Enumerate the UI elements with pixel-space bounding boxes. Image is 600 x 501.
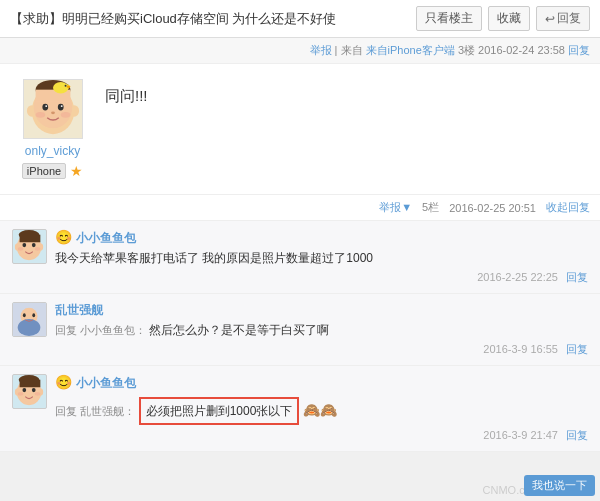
replies-meta-bar: 举报▼ 5栏 2016-02-25 20:51 收起回复 <box>0 195 600 221</box>
svg-point-31 <box>32 313 35 317</box>
top-bar: 【求助】明明已经购买iCloud存储空间 为什么还是不好使 只看楼主 收藏 ↩ … <box>0 0 600 38</box>
reply-action-1[interactable]: 回复 <box>566 271 588 283</box>
svg-point-15 <box>66 86 70 88</box>
svg-point-38 <box>22 388 26 392</box>
meta-bar: 举报 | 来自 来自iPhone客户端 3楼 2016-02-24 23:58 … <box>0 38 600 64</box>
svg-point-39 <box>32 388 36 392</box>
collapse-replies-link[interactable]: 收起回复 <box>546 200 590 215</box>
username[interactable]: only_vicky <box>25 144 80 158</box>
reply-meta-3: 2016-3-9 21:47 回复 <box>55 428 588 443</box>
svg-point-25 <box>18 247 24 251</box>
reply-prefix-2: 回复 小小鱼鱼包： <box>55 324 146 336</box>
post-body: 同问!!! <box>105 79 585 179</box>
svg-point-24 <box>32 243 36 247</box>
reply-item-2: 乱世强舰 回复 小小鱼鱼包： 然后怎么办？是不是等于白买了啊 2016-3-9 … <box>0 294 600 366</box>
reply-item: 😊 小小鱼鱼包 我今天给苹果客服打电话了 我的原因是照片数量超过了1000 20… <box>0 221 600 294</box>
reply-avatar-3 <box>12 374 47 409</box>
report-link[interactable]: 举报 <box>310 44 332 56</box>
replies-date: 2016-02-25 20:51 <box>449 202 536 214</box>
user-tags: iPhone ★ <box>22 163 83 179</box>
reply-link[interactable]: 回复 <box>568 44 590 56</box>
svg-point-30 <box>23 313 26 317</box>
svg-point-8 <box>45 105 47 107</box>
reply-text-wrapper-3: 回复 乱世强舰： 必须把照片删到1000张以下 🙈🙈 <box>55 395 588 425</box>
svg-point-41 <box>35 392 41 396</box>
main-post: only_vicky iPhone ★ 同问!!! <box>0 64 600 195</box>
reply-action-3[interactable]: 回复 <box>566 429 588 441</box>
post-floor: 3楼 <box>458 44 475 56</box>
collect-btn[interactable]: 收藏 <box>488 6 530 31</box>
top-actions: 只看楼主 收藏 ↩ 回复 <box>416 6 590 31</box>
reply-text-1: 我今天给苹果客服打电话了 我的原因是照片数量超过了1000 <box>55 249 588 267</box>
reply-text-2: 回复 小小鱼鱼包： 然后怎么办？是不是等于白买了啊 <box>55 321 588 339</box>
reply-icon: ↩ <box>545 12 555 26</box>
reply-username-2[interactable]: 乱世强舰 <box>55 303 103 317</box>
svg-point-23 <box>22 243 26 247</box>
only-owner-btn[interactable]: 只看楼主 <box>416 6 482 31</box>
reply-prefix-3: 回复 乱世强舰： <box>55 405 135 417</box>
post-date: 2016-02-24 23:58 <box>478 44 565 56</box>
reply-meta-1: 2016-2-25 22:25 回复 <box>55 270 588 285</box>
emoji-icon: 😊 <box>55 229 72 245</box>
emoji-icon-3: 😊 <box>55 374 72 390</box>
avatar <box>23 79 83 139</box>
emoji-suffix-3: 🙈🙈 <box>303 402 337 418</box>
reply-btn-top[interactable]: ↩ 回复 <box>536 6 590 31</box>
source-client: 来自iPhone客户端 <box>366 44 455 56</box>
reply-posts: 5栏 <box>422 200 439 215</box>
post-text: 同问!!! <box>105 84 585 108</box>
reply-body-3: 😊 小小鱼鱼包 回复 乱世强舰： 必须把照片删到1000张以下 🙈🙈 2016-… <box>55 374 588 443</box>
reply-username-1[interactable]: 小小鱼鱼包 <box>76 231 136 245</box>
reply-body-2: 乱世强舰 回复 小小鱼鱼包： 然后怎么办？是不是等于白买了啊 2016-3-9 … <box>55 302 588 357</box>
source-label: 来自 <box>341 44 363 56</box>
float-reply-btn[interactable]: 我也说一下 <box>524 475 595 496</box>
reply-item-3: 😊 小小鱼鱼包 回复 乱世强舰： 必须把照片删到1000张以下 🙈🙈 2016-… <box>0 366 600 452</box>
svg-point-12 <box>60 112 70 118</box>
iphone-tag: iPhone <box>22 163 66 179</box>
svg-point-40 <box>18 392 24 396</box>
svg-point-6 <box>42 104 48 111</box>
reply-avatar-1 <box>12 229 47 264</box>
user-panel: only_vicky iPhone ★ <box>15 79 90 179</box>
reply-date-2: 2016-3-9 16:55 <box>483 343 558 355</box>
svg-point-37 <box>19 375 40 384</box>
svg-point-10 <box>51 111 55 114</box>
reply-username-3[interactable]: 小小鱼鱼包 <box>76 376 136 390</box>
svg-point-7 <box>57 104 63 111</box>
report-replies-link[interactable]: 举报▼ <box>379 200 412 215</box>
svg-point-9 <box>60 105 62 107</box>
reply-body-1: 😊 小小鱼鱼包 我今天给苹果客服打电话了 我的原因是照片数量超过了1000 20… <box>55 229 588 285</box>
svg-point-16 <box>64 85 66 87</box>
svg-point-11 <box>35 112 45 118</box>
reply-date-3: 2016-3-9 21:47 <box>483 429 558 441</box>
reply-date-1: 2016-2-25 22:25 <box>477 271 558 283</box>
thread-title: 【求助】明明已经购买iCloud存储空间 为什么还是不好使 <box>10 10 416 28</box>
reply-text-3: 必须把照片删到1000张以下 <box>139 397 300 425</box>
svg-point-26 <box>35 247 41 251</box>
reply-avatar-2 <box>12 302 47 337</box>
star-icon: ★ <box>70 163 83 179</box>
svg-point-22 <box>19 230 40 239</box>
reply-action-2[interactable]: 回复 <box>566 343 588 355</box>
reply-meta-2: 2016-3-9 16:55 回复 <box>55 342 588 357</box>
